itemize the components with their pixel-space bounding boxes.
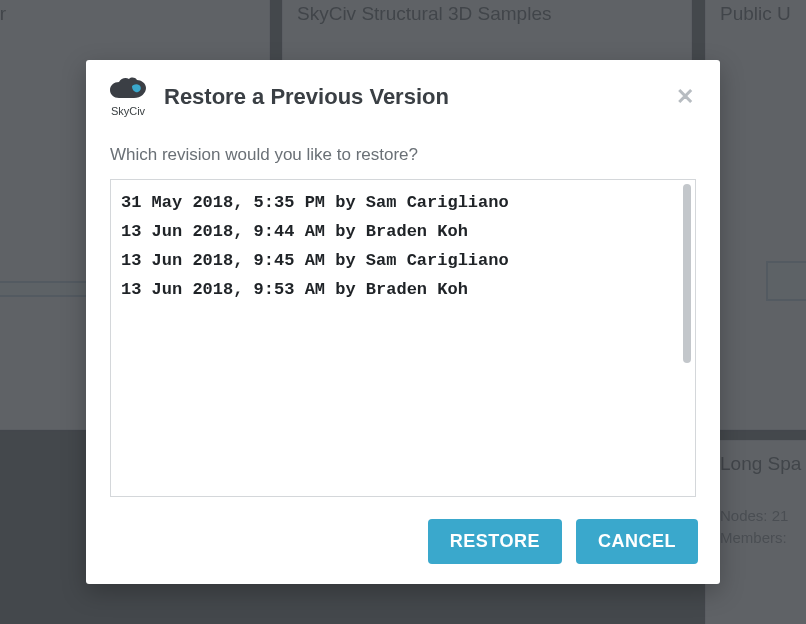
revision-list: 31 May 2018, 5:35 PM by Sam Carigliano 1… [111,180,695,496]
revision-item[interactable]: 13 Jun 2018, 9:53 AM by Braden Koh [121,275,685,304]
logo-caption: SkyCiv [111,105,145,117]
revision-item[interactable]: 31 May 2018, 5:35 PM by Sam Carigliano [121,188,685,217]
modal-prompt: Which revision would you like to restore… [110,145,696,165]
revision-list-container: 31 May 2018, 5:35 PM by Sam Carigliano 1… [110,179,696,497]
scrollbar-thumb[interactable] [683,184,691,363]
modal-header: SkyCiv Restore a Previous Version ✕ [86,60,720,127]
cancel-button[interactable]: CANCEL [576,519,698,564]
restore-button[interactable]: RESTORE [428,519,562,564]
revision-item[interactable]: 13 Jun 2018, 9:44 AM by Braden Koh [121,217,685,246]
modal-title: Restore a Previous Version [164,84,449,110]
revision-scrollbar[interactable] [683,184,691,492]
skyciv-logo: SkyCiv [108,76,148,117]
cloud-logo-icon [108,76,148,104]
modal-footer: RESTORE CANCEL [86,499,720,584]
restore-version-modal: SkyCiv Restore a Previous Version ✕ Whic… [86,60,720,584]
revision-item[interactable]: 13 Jun 2018, 9:45 AM by Sam Carigliano [121,246,685,275]
modal-body: Which revision would you like to restore… [86,127,720,499]
close-icon[interactable]: ✕ [672,82,698,112]
